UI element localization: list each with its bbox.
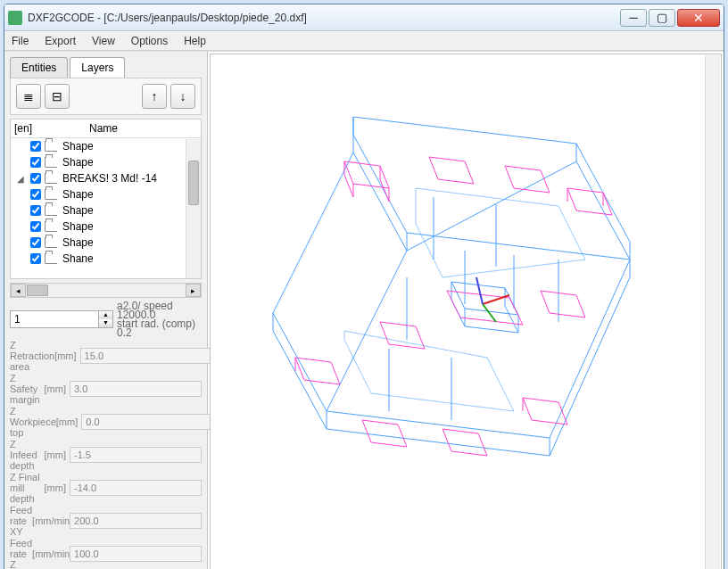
move-up-button[interactable]: ↑ — [142, 84, 167, 109]
layer-spinner[interactable] — [10, 310, 99, 328]
origin-axes — [476, 277, 509, 322]
param-row: Z Retraction area[mm] — [10, 340, 202, 372]
tree-row[interactable]: ◢BREAKS! 3 Md! -14 — [11, 170, 201, 186]
layer-label: BREAKS! 3 Md! -14 — [62, 172, 157, 185]
tree-hscrollbar[interactable]: ◂▸ — [10, 283, 202, 298]
tree-row[interactable]: Shape — [11, 235, 201, 251]
menu-bar: File Export View Options Help — [4, 31, 724, 51]
menu-view[interactable]: View — [92, 35, 115, 47]
folder-icon — [45, 141, 57, 152]
layer-label: Shape — [62, 236, 94, 249]
menu-options[interactable]: Options — [131, 35, 168, 47]
param-input[interactable] — [70, 480, 202, 496]
folder-icon — [45, 173, 57, 184]
param-row: Z Workpiece top[mm] — [10, 406, 202, 438]
param-unit: [mm/min] — [32, 548, 70, 559]
layer-checkbox[interactable] — [30, 141, 41, 152]
viewport-vscrollbar[interactable] — [705, 55, 720, 569]
layer-checkbox[interactable] — [30, 253, 41, 264]
layer-tree: [en] Name ShapeShape◢BREAKS! 3 Md! -14Sh… — [10, 119, 202, 279]
layer-checkbox[interactable] — [30, 157, 41, 168]
folder-icon — [45, 157, 57, 168]
collapse-all-button[interactable]: ≣ — [16, 84, 41, 109]
spinner-info: a2.0/ speed 12000.0start rad. (comp) 0.2 — [113, 301, 202, 337]
param-input[interactable] — [70, 447, 202, 463]
left-panel: Entities Layers ≣ ⊟ ↑ ↓ [en] Name ShapeS… — [4, 52, 208, 569]
param-row: Feed rate Z[mm/min] — [10, 538, 202, 569]
spinner-buttons[interactable]: ▲▼ — [99, 310, 113, 328]
tree-row[interactable]: Shape — [11, 219, 201, 235]
drawing-viewport[interactable] — [210, 54, 722, 569]
menu-export[interactable]: Export — [45, 35, 76, 47]
param-input[interactable] — [70, 381, 202, 397]
menu-file[interactable]: File — [12, 35, 29, 47]
layer-label: Shape — [62, 204, 94, 217]
layer-checkbox[interactable] — [30, 221, 41, 232]
folder-icon — [45, 205, 57, 216]
tree-header-en: [en] — [14, 122, 89, 135]
param-row: Z Safety margin[mm] — [10, 373, 202, 405]
param-unit: [mm] — [45, 383, 70, 394]
tree-row[interactable]: Shape — [11, 202, 201, 219]
layer-checkbox[interactable] — [30, 189, 41, 200]
param-row: Z Final mill depth[mm] — [10, 472, 202, 504]
param-label: Z Workpiece top — [10, 406, 56, 438]
layer-checkbox[interactable] — [30, 173, 41, 184]
titlebar: DXF2GCODE - [C:/Users/jeanpauls/Desktop/… — [4, 4, 724, 31]
close-button[interactable]: ✕ — [677, 9, 720, 27]
param-label: Z Retraction area — [10, 340, 54, 372]
folder-icon — [45, 189, 57, 200]
layer-toolbar: ≣ ⊟ ↑ ↓ — [10, 78, 202, 115]
tree-vscrollbar[interactable] — [186, 139, 201, 278]
move-down-button[interactable]: ↓ — [170, 84, 195, 109]
param-unit: [mm] — [56, 416, 81, 427]
param-label: Z Final mill depth — [10, 472, 45, 504]
tree-header-name: Name — [89, 122, 118, 135]
layer-label: Shane — [62, 252, 94, 265]
param-row: Feed rate XY[mm/min] — [10, 505, 202, 537]
param-unit: [mm] — [45, 482, 70, 493]
layer-label: Shape — [62, 188, 94, 201]
tab-entities[interactable]: Entities — [10, 57, 68, 78]
layer-label: Shape — [62, 156, 94, 169]
menu-help[interactable]: Help — [184, 35, 206, 47]
folder-icon — [45, 221, 57, 232]
param-row: Z Infeed depth[mm] — [10, 439, 202, 471]
layer-label: Shape — [62, 140, 94, 153]
folder-icon — [45, 237, 57, 248]
param-label: Feed rate XY — [10, 505, 32, 537]
minimize-button[interactable]: ─ — [620, 9, 647, 27]
param-label: Feed rate Z — [10, 538, 32, 569]
app-icon — [8, 11, 22, 25]
folder-icon — [45, 253, 57, 264]
window-title: DXF2GCODE - [C:/Users/jeanpauls/Desktop/… — [28, 12, 620, 24]
svg-line-9 — [483, 304, 496, 322]
param-unit: [mm] — [54, 350, 79, 361]
tab-layers[interactable]: Layers — [70, 57, 125, 78]
param-label: Z Infeed depth — [10, 439, 45, 471]
layer-checkbox[interactable] — [30, 237, 41, 248]
maximize-button[interactable]: ▢ — [649, 9, 675, 27]
expand-all-button[interactable]: ⊟ — [45, 84, 70, 109]
param-input[interactable] — [70, 513, 202, 529]
param-input[interactable] — [81, 414, 213, 430]
tree-row[interactable]: Shape — [11, 186, 201, 202]
tree-row[interactable]: Shape — [11, 138, 201, 154]
param-label: Z Safety margin — [10, 373, 45, 405]
param-input[interactable] — [70, 546, 202, 562]
tree-row[interactable]: Shane — [11, 251, 201, 267]
layer-checkbox[interactable] — [30, 205, 41, 216]
tree-row[interactable]: Shape — [11, 154, 201, 170]
param-unit: [mm/min] — [32, 515, 70, 526]
param-unit: [mm] — [45, 449, 70, 460]
layer-label: Shape — [62, 220, 94, 233]
param-input[interactable] — [80, 348, 212, 364]
tree-header: [en] Name — [11, 120, 201, 138]
main-window: DXF2GCODE - [C:/Users/jeanpauls/Desktop/… — [4, 4, 724, 569]
svg-line-10 — [476, 277, 483, 304]
